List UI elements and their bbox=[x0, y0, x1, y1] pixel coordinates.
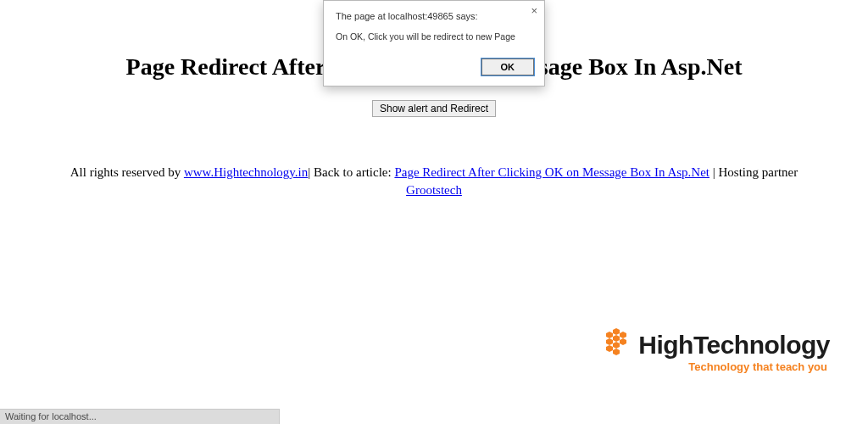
brand-tagline: Technology that teach you bbox=[599, 360, 830, 373]
svg-marker-0 bbox=[613, 328, 620, 335]
footer-link-hosting[interactable]: Grootstech bbox=[406, 183, 462, 197]
close-icon[interactable]: × bbox=[531, 5, 537, 16]
show-alert-redirect-button[interactable]: Show alert and Redirect bbox=[372, 100, 496, 117]
svg-marker-7 bbox=[606, 345, 613, 352]
alert-ok-button[interactable]: OK bbox=[481, 59, 535, 75]
brand-name: HighTechnology bbox=[638, 331, 830, 360]
footer-sep2: | Hosting partner bbox=[709, 165, 798, 179]
alert-title: The page at localhost:49865 says: bbox=[324, 1, 544, 28]
browser-status-bar: Waiting for localhost... bbox=[0, 409, 280, 424]
brand-hex-icon bbox=[599, 328, 633, 362]
svg-marker-6 bbox=[613, 342, 620, 349]
alert-footer: OK bbox=[324, 53, 544, 86]
footer-link-site[interactable]: www.Hightechnology.in bbox=[184, 165, 308, 179]
svg-marker-1 bbox=[620, 332, 626, 338]
main-action-wrap: Show alert and Redirect bbox=[0, 100, 868, 117]
svg-marker-5 bbox=[606, 338, 613, 345]
brand-logo-block: HighTechnology Technology that teach you bbox=[599, 328, 830, 373]
svg-marker-4 bbox=[620, 338, 626, 345]
footer-prefix: All rights reserved by bbox=[70, 165, 184, 179]
svg-marker-8 bbox=[613, 349, 620, 355]
js-alert-dialog: × The page at localhost:49865 says: On O… bbox=[323, 0, 545, 86]
alert-message: On OK, Click you will be redirect to new… bbox=[324, 28, 544, 53]
footer-sep1: | Back to article: bbox=[308, 165, 394, 179]
footer-text: All rights reserved by www.Hightechnolog… bbox=[59, 164, 809, 199]
svg-marker-2 bbox=[606, 332, 613, 338]
footer-link-article[interactable]: Page Redirect After Clicking OK on Messa… bbox=[394, 165, 709, 179]
svg-marker-3 bbox=[613, 335, 620, 342]
